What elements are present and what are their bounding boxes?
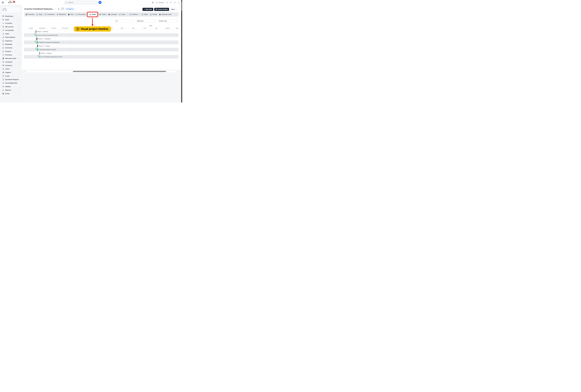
- gantt-bar-phase[interactable]: [40, 52, 40, 54]
- sidebar-item-accounting[interactable]: Accounting: [0, 28, 22, 32]
- sidebar-item-saas[interactable]: SaaS: [0, 18, 22, 21]
- filter-select-milestones[interactable]: Milestones: [136, 19, 156, 22]
- horizontal-scroll-thumb[interactable]: [73, 71, 166, 72]
- sidebar-item-quotation-request[interactable]: Quotation Request: [0, 78, 22, 81]
- vertical-scroll-thumb[interactable]: [182, 2, 182, 11]
- sidebar-item-whatsbot[interactable]: WhatsBot: [0, 42, 22, 46]
- project-header: Arvia Eco Smartboard Deployme... In Prog…: [24, 7, 75, 11]
- sidebar-item-knowledge-base[interactable]: Knowledge Base: [0, 81, 22, 85]
- scroll-up-arrow-icon[interactable]: [182, 0, 182, 1]
- share-icon[interactable]: [166, 1, 168, 3]
- gantt-gridline: [173, 37, 174, 40]
- gantt-bar-task[interactable]: [40, 55, 40, 58]
- sidebar-item-hr-records[interactable]: HR records: [0, 25, 22, 28]
- more-button[interactable]: More: [170, 8, 178, 11]
- tab-label: Milestones: [59, 13, 66, 15]
- tab-label: Timesheets: [47, 13, 54, 15]
- gantt-gridline: [25, 30, 26, 33]
- menu-icon[interactable]: [2, 2, 4, 3]
- tab-discussions[interactable]: Discussions: [76, 13, 86, 15]
- sidebar-item-contracts[interactable]: Contracts: [0, 46, 22, 50]
- tab-gantt[interactable]: Gantt6Visual project timeline.: [88, 13, 97, 16]
- filter-select-view[interactable]: Months View: [158, 19, 178, 22]
- assignee-person-icon[interactable]: [58, 8, 60, 10]
- sidebar-item-dashboard[interactable]: Dashboard: [0, 14, 22, 18]
- select-chevron-down-icon: [154, 20, 155, 21]
- sidebar-item-reports[interactable]: Reports: [0, 88, 22, 92]
- sidebar-item-utilities[interactable]: Utilities: [0, 85, 22, 88]
- tab-timesheets[interactable]: Timesheets: [44, 13, 54, 15]
- tab-sales[interactable]: Sales: [119, 13, 127, 15]
- callout-text: Visual project timeline.: [80, 27, 109, 30]
- add-button[interactable]: +: [98, 1, 102, 4]
- gantt-horizontal-scrollbar[interactable]: [24, 70, 178, 72]
- activity-icon: [150, 13, 152, 15]
- sidebar-item-inventory[interactable]: Inventory: [0, 64, 22, 67]
- check-square-icon[interactable]: [170, 1, 172, 3]
- gantt-bar-task[interactable]: [37, 48, 38, 51]
- tab-tasks[interactable]: Tasks: [36, 13, 42, 15]
- project-member-avatar[interactable]: [61, 7, 64, 10]
- tab-overview[interactable]: Overview: [26, 13, 34, 15]
- gantt-gridline: [25, 55, 26, 58]
- grid-icon: [26, 13, 28, 15]
- clock-icon[interactable]: [174, 1, 176, 3]
- tab-milestones[interactable]: Milestones: [56, 13, 66, 15]
- scroll-left-arrow-icon[interactable]: [25, 71, 25, 72]
- file-text-icon: [2, 40, 4, 42]
- tab-warranty-letter[interactable]: Warranty Letter: [159, 13, 172, 15]
- gantt-bar-phase[interactable]: [36, 30, 36, 33]
- gantt-gridline: [105, 33, 105, 37]
- tab-contracts[interactable]: Contracts: [108, 13, 117, 15]
- gantt-bar-phase[interactable]: [36, 37, 37, 40]
- tab-tickets[interactable]: Tickets: [99, 13, 106, 15]
- new-task-button[interactable]: +New Task: [142, 8, 153, 11]
- tab-files[interactable]: Files: [68, 13, 74, 15]
- tab-purchase[interactable]: Purchase: [129, 13, 140, 15]
- invoice-project-button[interactable]: Invoice Project: [154, 8, 169, 11]
- sidebar-item-tasks[interactable]: Tasks: [0, 67, 22, 71]
- sidebar-item-projects[interactable]: Projects: [0, 50, 22, 53]
- sidebar-item-support[interactable]: Support: [0, 71, 22, 74]
- sidebar-item-label: Warranty Letter: [5, 57, 17, 59]
- gantt-bar-task[interactable]: [36, 34, 36, 36]
- title-chevron-down-icon[interactable]: [55, 8, 56, 10]
- scroll-right-arrow-icon[interactable]: [177, 71, 178, 72]
- user-icon: [2, 22, 4, 24]
- bell-icon[interactable]: [178, 1, 180, 3]
- warranty-icon: [2, 57, 4, 59]
- tab-notes[interactable]: Notes: [142, 13, 148, 15]
- brand-line2: Bizcore: [8, 2, 13, 3]
- search-bar[interactable]: [64, 1, 97, 4]
- sidebar-item-purchase[interactable]: Purchase: [0, 53, 22, 56]
- chevron-left-icon: [18, 30, 20, 31]
- filter-select-all[interactable]: All: [114, 19, 134, 22]
- sidebar-item-accounts[interactable]: Accounts: [0, 21, 22, 25]
- gantt-bar-task[interactable]: [36, 41, 38, 44]
- sidebar-item-expenses[interactable]: Expenses: [0, 39, 22, 42]
- line-chart-icon: [2, 89, 4, 91]
- gantt-bar-phase[interactable]: [37, 45, 38, 47]
- search-icon: [66, 2, 68, 3]
- idcard-icon[interactable]: [152, 1, 154, 3]
- page-vertical-scrollbar[interactable]: [181, 0, 182, 102]
- gantt-gridline: [128, 51, 128, 55]
- sidebar-item-subscriptions[interactable]: Subscriptions: [0, 35, 22, 39]
- sidebar-item-leads[interactable]: Leads: [0, 74, 22, 78]
- gantt-gridline: [150, 37, 151, 40]
- tab-activity[interactable]: Activity: [150, 13, 157, 15]
- dollar-icon: [2, 29, 4, 31]
- sidebar-item-hr-payroll[interactable]: Hr payroll: [0, 60, 22, 64]
- brand-logo[interactable]: DevBizcore: [8, 1, 16, 3]
- sidebar-item-label: Projects: [5, 50, 22, 52]
- status-badge[interactable]: In Progress: [65, 8, 75, 10]
- sidebar-item-warranty-letter[interactable]: Warranty Letter: [0, 57, 22, 60]
- sidebar-item-setup[interactable]: Setup: [0, 92, 22, 95]
- gantt-gridline: [150, 30, 151, 33]
- user-profile-card[interactable]: [1, 7, 20, 13]
- gantt-gridline: [82, 48, 82, 51]
- target-icon: [13, 1, 16, 3]
- sidebar-item-sales[interactable]: Sales: [0, 32, 22, 35]
- settings-button[interactable]: Settings: [156, 1, 164, 3]
- search-input[interactable]: [68, 2, 96, 3]
